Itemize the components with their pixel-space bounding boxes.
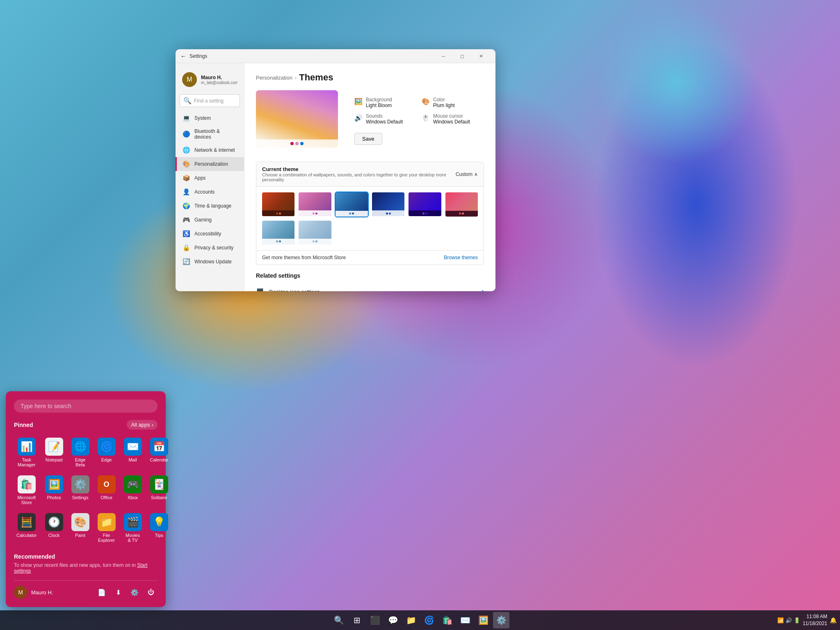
notification-icon[interactable]: 🔔 xyxy=(830,617,837,623)
settings-main: Personalization › Themes 🖼️ xyxy=(244,63,495,291)
sidebar-search-box: 🔍 xyxy=(180,94,240,107)
breadcrumb-parent[interactable]: Personalization xyxy=(256,75,292,81)
start-footer-icons: 📄 ⬇ ⚙️ ⏻ xyxy=(95,586,158,599)
window-controls: ─ ◻ ✕ xyxy=(434,49,491,63)
all-apps-button[interactable]: All apps › xyxy=(127,420,158,429)
breadcrumb-current: Themes xyxy=(299,72,333,83)
desktop-icon-settings-item[interactable]: 🖥️ Desktop icon settings ↗ xyxy=(256,283,484,291)
start-username: Mauro H. xyxy=(31,589,53,596)
start-avatar: M xyxy=(14,586,27,599)
current-theme-badge[interactable]: Custom ∧ xyxy=(456,171,478,177)
app-clock[interactable]: 🕐 Clock xyxy=(43,511,66,545)
desktop-icon-settings-label: Desktop icon settings xyxy=(269,289,320,291)
sidebar-item-windows-update[interactable]: 🔄 Windows Update xyxy=(176,255,244,269)
sidebar-username: Mauro H. xyxy=(201,75,237,80)
taskbar-search-icon[interactable]: 🔍 xyxy=(331,612,347,628)
search-icon: 🔍 xyxy=(183,97,192,105)
app-settings[interactable]: ⚙️ Settings xyxy=(69,473,92,507)
theme-autumn[interactable] xyxy=(261,192,295,217)
theme-preview xyxy=(256,90,338,148)
theme-cloudy[interactable] xyxy=(298,220,332,245)
sounds-icon: 🔊 xyxy=(354,114,363,122)
taskbar-photos-icon[interactable]: 🖼️ xyxy=(475,612,491,628)
document-icon[interactable]: 📄 xyxy=(95,586,108,599)
app-tips[interactable]: 💡 Tips xyxy=(148,511,171,545)
taskbar-widgets-icon[interactable]: ⬛ xyxy=(367,612,383,628)
sidebar-item-network[interactable]: 🌐 Network & internet xyxy=(176,143,244,157)
app-edge[interactable]: 🌀 Edge xyxy=(95,435,118,470)
app-task-manager[interactable]: 📊 Task Manager xyxy=(14,435,39,470)
app-movies-tv[interactable]: 🎬 Movies & TV xyxy=(121,511,144,545)
apps-icon: 📦 xyxy=(182,174,190,182)
breadcrumb: Personalization › Themes xyxy=(256,72,484,83)
sidebar-item-accessibility[interactable]: ♿ Accessibility xyxy=(176,227,244,241)
sidebar-item-system[interactable]: 💻 System xyxy=(176,111,244,125)
sidebar-search-input[interactable] xyxy=(194,98,244,104)
cursor-icon: 🖱️ xyxy=(422,114,430,122)
app-solitaire[interactable]: 🃏 Solitaire xyxy=(148,473,171,507)
taskbar-chat-icon[interactable]: 💬 xyxy=(385,612,401,628)
taskbar-mail-icon[interactable]: ✉️ xyxy=(457,612,473,628)
desktop-icon: 🖥️ xyxy=(256,288,264,291)
taskbar-file-explorer-icon[interactable]: 📁 xyxy=(403,612,419,628)
save-button[interactable]: Save xyxy=(354,133,382,145)
taskbar-date-display: 11/18/2021 xyxy=(803,620,827,627)
taskbar-settings-active-icon[interactable]: ⚙️ xyxy=(493,612,509,628)
theme-info-grid: 🖼️ Background Light Bloom 🎨 Color Plum l… xyxy=(346,97,484,145)
app-xbox[interactable]: 🎮 Xbox xyxy=(121,473,144,507)
taskbar-edge-icon[interactable]: 🌀 xyxy=(421,612,437,628)
background-icon: 🖼️ xyxy=(354,98,363,105)
theme-shoreline[interactable] xyxy=(261,220,295,245)
browse-themes-button[interactable]: Browse themes xyxy=(444,255,478,260)
sidebar-item-gaming[interactable]: 🎮 Gaming xyxy=(176,213,244,227)
settings-window: ← Settings ─ ◻ ✕ M Mauro H. m_lab@outloo… xyxy=(176,49,495,291)
settings-icon[interactable]: ⚙️ xyxy=(128,586,141,599)
theme-windows-selected[interactable] xyxy=(335,192,369,217)
current-theme-header: Current theme Choose a combination of wa… xyxy=(256,162,484,187)
sidebar-item-personalization[interactable]: 🎨 Personalization xyxy=(176,157,244,171)
theme-flow[interactable] xyxy=(371,192,405,217)
app-mail[interactable]: ✉️ Mail xyxy=(121,435,144,470)
app-office[interactable]: O Office xyxy=(95,473,118,507)
app-calculator[interactable]: 🧮 Calculator xyxy=(14,511,39,545)
time-icon: 🌍 xyxy=(182,202,190,210)
sidebar-item-apps[interactable]: 📦 Apps xyxy=(176,171,244,185)
personalization-icon: 🎨 xyxy=(182,160,190,168)
start-search-input[interactable] xyxy=(14,399,158,413)
sidebar-item-bluetooth[interactable]: 🔵 Bluetooth & devices xyxy=(176,125,244,143)
app-microsoft-store[interactable]: 🛍️ Microsoft Store xyxy=(14,473,39,507)
theme-top-section: 🖼️ Background Light Bloom 🎨 Color Plum l… xyxy=(256,90,484,154)
minimize-button[interactable]: ─ xyxy=(434,49,453,63)
theme-captured-motion[interactable] xyxy=(298,192,332,217)
maximize-button[interactable]: ◻ xyxy=(453,49,472,63)
theme-sunrise[interactable] xyxy=(445,192,479,217)
taskbar-store-icon[interactable]: 🛍️ xyxy=(439,612,455,628)
taskbar-start-button[interactable]: ⊞ xyxy=(349,612,365,628)
close-button[interactable]: ✕ xyxy=(472,49,491,63)
battery-tray-icon[interactable]: 🔋 xyxy=(794,617,800,623)
background-info: 🖼️ Background Light Bloom xyxy=(354,97,417,108)
taskbar-clock[interactable]: 11:08 AM 11/18/2021 xyxy=(803,613,827,627)
app-notepad[interactable]: 📝 Notepad xyxy=(43,435,66,470)
app-photos[interactable]: 🖼️ Photos xyxy=(43,473,66,507)
recommended-title: Recommended xyxy=(14,553,158,560)
sidebar-item-privacy[interactable]: 🔒 Privacy & security xyxy=(176,241,244,255)
sidebar-email: m_lab@outlook.com xyxy=(201,80,237,85)
power-icon[interactable]: ⏻ xyxy=(144,586,158,599)
app-edge-beta[interactable]: 🌐 Edge Beta xyxy=(69,435,92,470)
current-theme-title: Current theme xyxy=(262,166,456,172)
start-footer: M Mauro H. 📄 ⬇ ⚙️ ⏻ xyxy=(14,580,158,599)
accessibility-icon: ♿ xyxy=(182,230,190,237)
app-file-explorer[interactable]: 📁 File Explorer xyxy=(95,511,118,545)
titlebar: ← Settings ─ ◻ ✕ xyxy=(176,49,495,63)
taskbar-time-display: 11:08 AM xyxy=(803,613,827,620)
sidebar-item-time[interactable]: 🌍 Time & language xyxy=(176,199,244,213)
volume-tray-icon[interactable]: 🔊 xyxy=(785,617,792,623)
app-calendar[interactable]: 📅 Calendar xyxy=(148,435,171,470)
download-icon[interactable]: ⬇ xyxy=(112,586,125,599)
network-tray-icon[interactable]: 📶 xyxy=(777,617,784,623)
sidebar-item-accounts[interactable]: 👤 Accounts xyxy=(176,185,244,199)
accounts-icon: 👤 xyxy=(182,188,190,196)
theme-glow[interactable] xyxy=(408,192,442,217)
app-paint[interactable]: 🎨 Paint xyxy=(69,511,92,545)
